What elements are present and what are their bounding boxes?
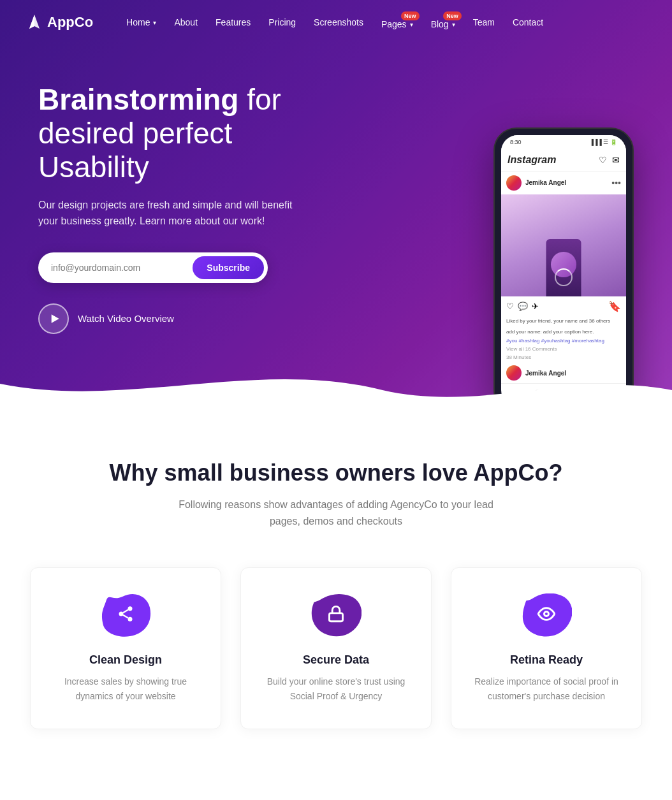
instagram-header: Instagram ♡ ✉ — [501, 149, 626, 171]
nav-links: Home ▾ About Features Pricing Screenshot… — [119, 10, 646, 34]
features-subtitle: Following reasons show advantages of add… — [177, 497, 495, 529]
post-header: Jemika Angel ••• — [501, 171, 626, 194]
clean-design-desc: Increase sales by showing true dynamics … — [50, 674, 201, 703]
nav-item-features[interactable]: Features — [208, 12, 258, 33]
post-tags: #you #hashtag #youhashtag #morehashtag — [501, 338, 626, 346]
watch-video-label: Watch Video Overview — [78, 313, 174, 324]
nav-item-screenshots[interactable]: Screenshots — [306, 12, 371, 33]
subscribe-button[interactable]: Subscribe — [193, 256, 264, 279]
retina-ready-desc: Realize importance of social proof in cu… — [471, 674, 622, 703]
chevron-icon-blog: ▾ — [452, 21, 455, 28]
retina-ready-icon-wrap — [521, 593, 572, 638]
blog-badge: New — [443, 11, 462, 20]
logo[interactable]: AppCo — [26, 13, 93, 31]
svg-point-7 — [544, 611, 549, 616]
phone-signals: ▐▐▐ ☰ 🔋 — [590, 139, 617, 145]
hero-wave — [0, 358, 672, 408]
clean-design-title: Clean Design — [50, 653, 201, 667]
subscribe-form: Subscribe — [38, 252, 268, 283]
nav-item-about[interactable]: About — [166, 12, 205, 33]
bookmark-icon: 🔖 — [608, 300, 621, 312]
phone-time: 8:30 — [510, 139, 522, 145]
watch-video[interactable]: Watch Video Overview — [38, 303, 293, 334]
post-actions: ♡ 💬 ✈ 🔖 — [501, 296, 626, 316]
secure-data-desc: Build your online store's trust using So… — [260, 674, 412, 703]
features-cards: Clean Design Increase sales by showing t… — [26, 567, 646, 729]
like-icon: ♡ — [506, 302, 514, 311]
share-network-icon — [117, 605, 135, 627]
more-icon: ••• — [611, 178, 621, 188]
retina-ready-title: Retina Ready — [471, 653, 622, 667]
svg-line-4 — [123, 615, 128, 618]
hero-subtitle: Our design projects are fresh and simple… — [38, 197, 293, 229]
svg-line-5 — [123, 609, 128, 613]
feature-card-secure-data: Secure Data Build your online store's tr… — [240, 567, 432, 729]
post-image — [501, 194, 626, 296]
feature-card-retina-ready: Retina Ready Realize importance of socia… — [451, 567, 642, 729]
instagram-icons: ♡ ✉ — [599, 155, 620, 165]
send-icon: ✉ — [612, 155, 620, 165]
post-caption: Liked by your friend, your name and 36 o… — [501, 316, 626, 327]
svg-point-3 — [128, 617, 133, 622]
features-title: Why small business owners love AppCo? — [26, 459, 646, 486]
chevron-icon-pages: ▾ — [410, 21, 413, 28]
hero-title: Brainstorming fordesired perfectUsabilit… — [38, 83, 293, 184]
instagram-logo: Instagram — [508, 154, 556, 166]
eye-icon — [537, 605, 555, 627]
pages-badge: New — [401, 11, 420, 20]
caption-body: add your name: add your caption here. — [506, 329, 594, 335]
svg-point-2 — [119, 611, 124, 616]
post-username-caption: add your name: add your caption here. — [501, 327, 626, 338]
nav-item-pricing[interactable]: Pricing — [261, 12, 303, 33]
secure-data-icon-wrap — [310, 593, 362, 638]
svg-marker-0 — [51, 314, 59, 323]
post-comments: View all 16 Comments — [501, 346, 626, 354]
caption-text: Liked by your friend, your name and 36 o… — [506, 318, 610, 324]
nav-item-blog[interactable]: New Blog ▾ — [423, 10, 463, 34]
user-avatar — [506, 175, 522, 191]
navbar: AppCo Home ▾ About Features Pricing Scre… — [0, 0, 672, 45]
hero-content: Brainstorming fordesired perfectUsabilit… — [0, 0, 332, 385]
nav-item-pages[interactable]: New Pages ▾ — [374, 10, 421, 34]
nav-item-contact[interactable]: Contact — [505, 12, 551, 33]
logo-text: AppCo — [47, 14, 93, 31]
nav-item-home[interactable]: Home ▾ — [119, 12, 164, 33]
hero-section: Brainstorming fordesired perfectUsabilit… — [0, 0, 672, 408]
share-icon: ✈ — [532, 302, 539, 311]
lock-icon — [327, 605, 345, 627]
clean-design-icon-wrap — [100, 593, 151, 638]
svg-rect-6 — [330, 613, 343, 622]
play-icon — [50, 314, 60, 324]
comment-icon: 💬 — [518, 302, 528, 311]
nav-item-team[interactable]: Team — [465, 12, 502, 33]
features-section: Why small business owners love AppCo? Fo… — [0, 408, 672, 767]
feature-card-clean-design: Clean Design Increase sales by showing t… — [30, 567, 221, 729]
heart-icon: ♡ — [599, 155, 607, 165]
phone-status-bar: 8:30 ▐▐▐ ☰ 🔋 — [501, 135, 626, 149]
email-input[interactable] — [51, 263, 193, 273]
play-button[interactable] — [38, 303, 69, 334]
secure-data-title: Secure Data — [260, 653, 412, 667]
chevron-icon: ▾ — [153, 19, 156, 26]
username: Jemika Angel — [525, 179, 566, 186]
svg-point-1 — [128, 606, 133, 611]
